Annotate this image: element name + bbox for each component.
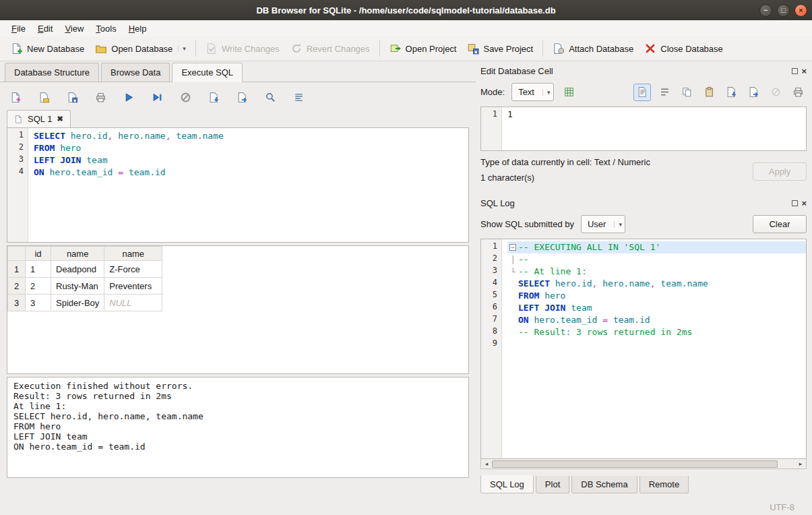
sql-doc-tab-close-icon[interactable]: ✖ xyxy=(57,115,63,123)
close-panel-icon[interactable]: × xyxy=(801,199,807,208)
results-cell[interactable]: NULL xyxy=(104,295,162,311)
text-mode-button[interactable] xyxy=(633,84,651,101)
tab-sql-log[interactable]: SQL Log xyxy=(480,475,534,493)
find-replace-icon xyxy=(265,92,276,103)
results-cell[interactable]: Rusty-Man xyxy=(51,278,104,295)
attach-database-icon xyxy=(553,42,565,55)
cell-value-editor[interactable]: 1 1 xyxy=(480,107,807,151)
print-sql-button[interactable] xyxy=(92,88,109,106)
menu-tools[interactable]: Tools xyxy=(90,22,122,36)
results-cell[interactable]: Preventers xyxy=(104,278,162,295)
cell-editor-text[interactable]: 1 xyxy=(502,107,806,150)
sql-doc-tab-bar: SQL 1 ✖ xyxy=(7,108,469,127)
tab-db-schema[interactable]: DB Schema xyxy=(571,476,637,493)
open-sql-file-button[interactable] xyxy=(35,88,53,106)
scrollbar-thumb[interactable] xyxy=(492,460,778,468)
attach-database-label: Attach Database xyxy=(569,44,633,54)
float-panel-icon[interactable] xyxy=(792,200,798,206)
menu-file[interactable]: File xyxy=(5,22,32,36)
open-sql-file-icon xyxy=(38,92,50,103)
format-sql-icon xyxy=(293,92,305,103)
clear-log-button[interactable]: Clear xyxy=(753,215,807,233)
execute-current-line-icon xyxy=(152,92,163,103)
save-project-button[interactable]: Save Project xyxy=(462,39,538,58)
write-changes-icon xyxy=(206,42,218,55)
mode-select[interactable]: Text ▾ xyxy=(511,83,553,101)
export-cell-data-button[interactable] xyxy=(745,84,762,101)
close-button[interactable]: × xyxy=(794,4,807,17)
sql-log-view: 123456789 –-- EXECUTING ALL IN 'SQL 1'│-… xyxy=(480,239,807,459)
menu-help[interactable]: Help xyxy=(123,22,153,36)
revert-changes-label: Revert Changes xyxy=(307,44,370,54)
open-database-dropdown-icon[interactable]: ▾ xyxy=(178,45,186,52)
import-cell-data-icon xyxy=(726,86,737,98)
results-corner-header[interactable] xyxy=(8,247,26,261)
stop-execution-button[interactable] xyxy=(177,88,194,106)
menu-edit[interactable]: Edit xyxy=(32,22,59,36)
menubar: File Edit View Tools Help xyxy=(0,20,812,36)
sql-editor[interactable]: 1234 SELECT hero.id, hero.name, team.nam… xyxy=(7,127,469,243)
sql-doc-icon xyxy=(14,115,23,124)
results-column-header[interactable]: id xyxy=(26,247,51,261)
stop-icon xyxy=(180,92,191,103)
open-project-button[interactable]: Open Project xyxy=(384,39,462,58)
execute-sql-pane: SQL 1 ✖ 1234 SELECT hero.id, hero.name, … xyxy=(0,82,476,499)
sql-editor-toolbar xyxy=(7,88,469,107)
execute-all-button[interactable] xyxy=(120,88,137,106)
results-row-number[interactable]: 2 xyxy=(8,278,26,295)
scroll-left-icon[interactable]: ◂ xyxy=(481,460,492,467)
export-results-button[interactable] xyxy=(233,88,251,106)
menu-view[interactable]: View xyxy=(59,22,90,36)
scroll-right-icon[interactable]: ▸ xyxy=(795,460,806,467)
copy-icon xyxy=(681,86,693,98)
tab-plot[interactable]: Plot xyxy=(536,476,569,493)
encoding-indicator: UTF-8 xyxy=(770,502,794,512)
attach-database-button[interactable]: Attach Database xyxy=(547,39,639,58)
results-cell[interactable]: 3 xyxy=(26,295,51,311)
open-database-button[interactable]: Open Database ▾ xyxy=(90,39,191,58)
save-results-button[interactable] xyxy=(205,88,222,106)
close-panel-icon[interactable]: × xyxy=(801,67,807,75)
results-row-number[interactable]: 3 xyxy=(8,295,26,311)
results-row: 11DeadpondZ-Force xyxy=(8,261,162,278)
format-sql-button[interactable] xyxy=(290,88,307,106)
results-row-number[interactable]: 1 xyxy=(8,261,26,278)
tab-browse-data[interactable]: Browse Data xyxy=(101,63,170,82)
close-database-button[interactable]: Close Database xyxy=(639,39,728,58)
new-database-button[interactable]: New Database xyxy=(5,39,90,58)
sql-doc-tab[interactable]: SQL 1 ✖ xyxy=(7,110,71,127)
new-sql-tab-button[interactable] xyxy=(7,88,24,106)
results-column-header[interactable]: name xyxy=(104,247,162,261)
tab-remote[interactable]: Remote xyxy=(639,476,689,493)
print-cell-icon xyxy=(792,86,804,98)
execute-all-icon xyxy=(123,92,135,103)
results-column-header[interactable]: name xyxy=(51,247,104,261)
paste-icon xyxy=(704,86,715,98)
results-cell[interactable]: Spider-Boy xyxy=(51,295,104,311)
minimize-button[interactable]: − xyxy=(759,4,772,17)
sql-log-hscrollbar[interactable]: ◂ ▸ xyxy=(480,459,807,469)
tab-database-structure[interactable]: Database Structure xyxy=(5,63,99,82)
word-wrap-button[interactable] xyxy=(656,84,673,101)
results-cell[interactable]: 1 xyxy=(26,261,51,278)
copy-cell-button[interactable] xyxy=(678,84,695,101)
sql-log-filter-select[interactable]: User ▾ xyxy=(581,215,625,233)
maximize-button[interactable]: □ xyxy=(777,4,790,17)
toolbar-separator xyxy=(195,40,196,57)
find-replace-button[interactable] xyxy=(261,88,279,106)
float-panel-icon[interactable] xyxy=(792,68,798,74)
import-from-file-button[interactable] xyxy=(561,84,578,101)
save-sql-file-button[interactable] xyxy=(63,88,81,106)
results-cell[interactable]: Z-Force xyxy=(104,261,162,278)
paste-cell-button[interactable] xyxy=(700,84,718,101)
results-cell[interactable]: 2 xyxy=(26,278,51,295)
results-table: idnamename11DeadpondZ-Force22Rusty-ManPr… xyxy=(7,246,162,311)
print-cell-button[interactable] xyxy=(789,84,807,101)
tab-execute-sql[interactable]: Execute SQL xyxy=(172,63,243,82)
import-cell-data-button[interactable] xyxy=(722,84,740,101)
results-cell[interactable]: Deadpond xyxy=(51,261,104,278)
sql-editor-code[interactable]: SELECT hero.id, hero.name, team.nameFROM… xyxy=(28,128,468,242)
results-row: 22Rusty-ManPreventers xyxy=(8,278,162,295)
set-null-button xyxy=(767,84,784,101)
execute-current-line-button[interactable] xyxy=(148,88,166,106)
